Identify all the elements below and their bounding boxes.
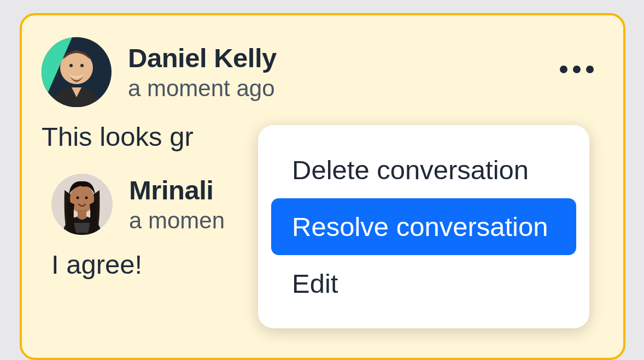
author-name: Mrinali [129,175,225,205]
dots-horizontal-icon [573,66,581,73]
timestamp: a moment ago [128,75,277,102]
menu-item-delete-conversation[interactable]: Delete conversation [271,141,576,198]
menu-item-edit[interactable]: Edit [271,255,576,312]
actions-dropdown: Delete conversation Resolve conversation… [258,125,589,328]
svg-rect-13 [73,223,91,233]
dots-horizontal-icon [560,66,567,73]
conversation-card: Daniel Kelly a moment ago This looks gr [20,13,625,360]
svg-point-5 [80,64,84,67]
avatar [42,37,112,107]
comment-header: Daniel Kelly a moment ago [42,37,604,107]
dots-horizontal-icon [586,66,594,73]
avatar [51,174,113,235]
comment-header-text: Mrinali a momen [129,174,225,234]
more-options-button[interactable] [560,66,594,73]
svg-point-11 [85,197,88,199]
svg-rect-12 [78,210,86,217]
author-name: Daniel Kelly [128,43,277,73]
timestamp: a momen [129,208,225,234]
svg-point-4 [69,64,73,67]
menu-item-resolve-conversation[interactable]: Resolve conversation [271,198,576,255]
svg-point-10 [77,197,79,199]
comment-header-text: Daniel Kelly a moment ago [128,37,277,102]
